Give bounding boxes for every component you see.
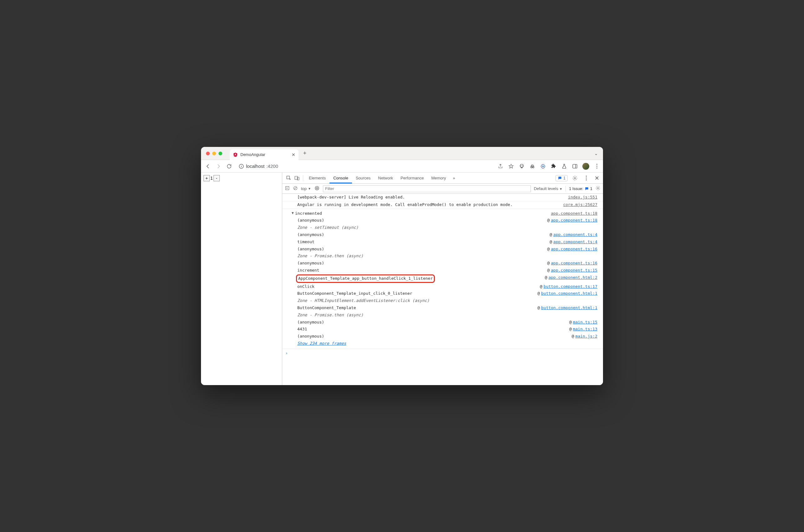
browser-menu-icon[interactable] <box>594 163 600 169</box>
at-symbol: @ <box>547 260 550 267</box>
tab-memory[interactable]: Memory <box>428 173 450 184</box>
panel-icon[interactable] <box>572 163 578 169</box>
settings-icon[interactable] <box>571 174 579 182</box>
tab-sources[interactable]: Sources <box>352 173 375 184</box>
at-symbol: @ <box>545 274 547 283</box>
stack-frame: (anonymous)@main.ts:15 <box>282 319 603 326</box>
context-selector[interactable]: top ▼ <box>301 186 311 191</box>
frame-source-link[interactable]: app.component.ts:18 <box>551 217 597 224</box>
log-source-link[interactable]: index.js:551 <box>568 194 597 201</box>
maximize-window-icon[interactable] <box>218 152 222 155</box>
trace-source-link[interactable]: app.component.ts:18 <box>551 210 597 217</box>
extension-target-icon[interactable] <box>540 163 546 169</box>
minimize-window-icon[interactable] <box>212 152 216 155</box>
frame-source-link[interactable]: button.component.html:1 <box>541 305 597 311</box>
trace-label: incremented <box>295 210 551 217</box>
clear-console-icon[interactable] <box>293 186 298 192</box>
inspect-icon[interactable] <box>285 174 293 182</box>
frame-source-link[interactable]: app.component.ts:4 <box>553 232 597 238</box>
frame-source-link[interactable]: main.ts:13 <box>573 326 597 332</box>
issues-link[interactable]: 1 Issue: 1 <box>569 186 592 191</box>
show-more-frames[interactable]: Show 234 more frames <box>282 340 603 347</box>
tab-close-icon[interactable]: ✕ <box>292 152 295 157</box>
site-info-icon[interactable] <box>238 164 244 169</box>
counter-widget: + 1 - <box>204 175 280 181</box>
stack-frame: (anonymous)@main.js:2 <box>282 333 603 340</box>
devtools-close-icon[interactable]: ✕ <box>593 175 600 182</box>
svg-point-18 <box>597 188 599 189</box>
console-sidebar-toggle[interactable] <box>285 186 290 192</box>
frame-function: (anonymous) <box>297 217 547 224</box>
tabs-overflow-icon[interactable]: ⌄ <box>594 151 598 156</box>
tab-network[interactable]: Network <box>375 173 397 184</box>
svg-point-7 <box>542 165 544 167</box>
frame-source-link[interactable]: app.component.ts:16 <box>551 246 597 252</box>
frame-source-link[interactable]: main.ts:15 <box>573 319 597 326</box>
at-symbol: @ <box>547 267 550 274</box>
disclosure-triangle-icon[interactable]: ▼ <box>292 210 294 217</box>
frame-source-link[interactable]: app.component.ts:15 <box>551 267 597 274</box>
trace-header[interactable]: ▼ incremented app.component.ts:18 <box>282 210 603 217</box>
svg-point-1 <box>520 164 523 168</box>
extension-skull-icon[interactable] <box>519 163 525 169</box>
at-symbol: @ <box>550 232 552 238</box>
stack-frame: Zone - Promise.then (async) <box>282 312 603 319</box>
frame-source-link[interactable]: app.component.ts:4 <box>553 239 597 245</box>
stack-frame: Zone - Promise.then (async) <box>282 252 603 260</box>
increment-button[interactable]: + <box>204 175 210 181</box>
back-button[interactable] <box>204 163 212 170</box>
log-line: Angular is running in development mode. … <box>282 201 603 209</box>
console-toolbar: top ▼ Default levels ▼ 1 Issue: 1 <box>282 184 603 194</box>
page-content: + 1 - <box>201 173 282 385</box>
tab-elements[interactable]: Elements <box>305 173 329 184</box>
content-row: + 1 - Elements Console Sources Network P… <box>201 173 603 385</box>
traffic-lights <box>206 152 222 155</box>
at-symbol: @ <box>547 217 550 224</box>
frame-source-link[interactable]: button.component.html:1 <box>541 290 597 297</box>
labs-icon[interactable] <box>561 163 567 169</box>
devtools-menu-icon[interactable] <box>582 174 590 182</box>
stack-frame: Zone - setTimeout (async) <box>282 224 603 231</box>
frame-source-link[interactable]: main.js:2 <box>575 333 597 340</box>
at-symbol: @ <box>537 290 540 297</box>
share-icon[interactable] <box>497 163 503 169</box>
devtools-panel: Elements Console Sources Network Perform… <box>282 173 603 385</box>
close-window-icon[interactable] <box>206 152 210 155</box>
new-tab-button[interactable]: + <box>301 150 309 157</box>
frame-source-link[interactable]: app.component.ts:16 <box>551 260 597 267</box>
log-line: [webpack-dev-server] Live Reloading enab… <box>282 194 603 201</box>
decrement-button[interactable]: - <box>213 175 220 181</box>
issues-badge[interactable]: 1 <box>555 175 568 181</box>
frame-function: (anonymous) <box>297 246 547 252</box>
counter-value: 1 <box>210 176 213 180</box>
browser-window: DemoAngular ✕ + ⌄ localhost:4200 <box>201 147 603 385</box>
bookmark-icon[interactable] <box>508 163 514 169</box>
url-bar[interactable]: localhost:4200 <box>238 164 494 169</box>
console-settings-icon[interactable] <box>595 186 600 192</box>
frame-source-link[interactable]: button.component.ts:17 <box>543 284 597 290</box>
filter-input[interactable] <box>323 185 531 192</box>
angular-icon <box>233 152 238 157</box>
incognito-icon[interactable] <box>529 163 535 169</box>
frame-source-link[interactable]: app.component.html:2 <box>548 274 597 283</box>
frame-function: Zone - setTimeout (async) <box>297 224 597 231</box>
tab-performance[interactable]: Performance <box>397 173 427 184</box>
issues-count: 1 <box>563 176 566 180</box>
svg-point-4 <box>531 166 532 168</box>
reload-button[interactable] <box>225 163 233 170</box>
profile-avatar[interactable] <box>582 163 589 170</box>
stack-frame: 4431@main.ts:13 <box>282 326 603 333</box>
log-levels-selector[interactable]: Default levels ▼ <box>534 186 563 191</box>
browser-tab[interactable]: DemoAngular ✕ <box>230 149 299 160</box>
stack-frame: increment@app.component.ts:15 <box>282 267 603 274</box>
tabs-more-icon[interactable]: » <box>450 176 458 180</box>
console-filter[interactable] <box>323 185 531 192</box>
live-expression-icon[interactable] <box>314 185 320 192</box>
console-prompt[interactable]: › <box>282 349 603 358</box>
log-source-link[interactable]: core.mjs:25627 <box>563 202 597 208</box>
at-symbol: @ <box>547 246 550 252</box>
tab-console[interactable]: Console <box>329 173 352 184</box>
extensions-icon[interactable] <box>551 163 557 169</box>
stack-frame: onClick@button.component.ts:17 <box>282 283 603 290</box>
device-toolbar-icon[interactable] <box>293 174 301 182</box>
